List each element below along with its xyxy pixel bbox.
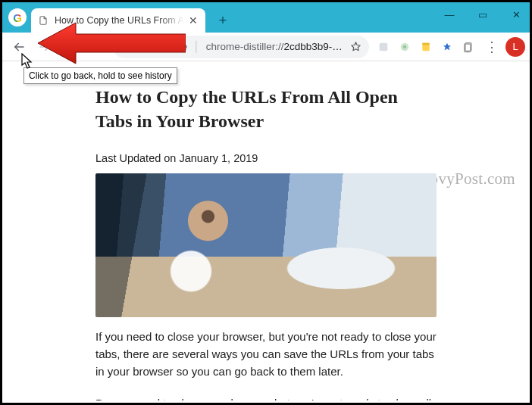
not-secure-icon <box>120 41 132 52</box>
extension-icon-2[interactable] <box>395 37 415 57</box>
profile-favicon: G <box>8 8 27 26</box>
browser-tab[interactable]: How to Copy the URLs From All Open Tabs … <box>31 8 205 33</box>
tab-strip: G How to Copy the URLs From All Open Tab… <box>2 2 530 33</box>
window-controls: — ▭ ✕ <box>440 2 525 26</box>
toolbar: Not secure │ chrome-distiller://2cdbb3b9… <box>2 33 530 61</box>
article-meta: Last Updated on January 1, 2019 <box>95 152 437 164</box>
article-paragraph: Do you need to close your browser but yo… <box>95 394 437 400</box>
window-close-button[interactable]: ✕ <box>507 9 525 20</box>
profile-avatar[interactable]: L <box>505 37 525 57</box>
svg-marker-5 <box>352 42 360 51</box>
svg-rect-6 <box>380 42 388 51</box>
page-icon <box>37 14 49 26</box>
back-button-tooltip: Click to go back, hold to see history <box>23 67 177 84</box>
address-bar[interactable]: Not secure │ chrome-distiller://2cdbb3b9… <box>113 36 369 58</box>
bookmark-star-icon[interactable] <box>350 41 361 52</box>
article-paragraph: If you need to close your browser, but y… <box>95 328 437 381</box>
article: How to Copy the URLs From All Open Tabs … <box>88 85 444 400</box>
forward-button[interactable] <box>33 35 57 59</box>
home-button[interactable] <box>84 35 108 59</box>
new-tab-button[interactable]: + <box>213 11 233 30</box>
minimize-button[interactable]: — <box>440 9 458 20</box>
extension-icon-4[interactable] <box>437 37 457 57</box>
svg-rect-10 <box>422 42 429 45</box>
tab-close-button[interactable]: ✕ <box>187 14 199 26</box>
svg-point-4 <box>126 48 127 49</box>
svg-point-8 <box>403 45 407 48</box>
url-text: chrome-distiller://2cdbb3b9-c… <box>206 41 344 52</box>
article-title: How to Copy the URLs From All Open Tabs … <box>95 85 437 134</box>
article-hero-image <box>95 173 437 317</box>
tab-title: How to Copy the URLs From All Open Tabs … <box>55 15 184 26</box>
extension-icon-3[interactable] <box>416 37 436 57</box>
menu-button[interactable]: ⋮ <box>480 35 504 59</box>
extension-icon-5[interactable] <box>458 37 478 57</box>
reload-button[interactable] <box>58 35 83 59</box>
security-label: Not secure <box>138 41 187 52</box>
page-viewport[interactable]: groovyPost.com How to Copy the URLs From… <box>5 64 527 400</box>
back-button[interactable] <box>7 35 31 59</box>
maximize-button[interactable]: ▭ <box>474 9 492 20</box>
extension-icon-1[interactable] <box>374 37 393 57</box>
